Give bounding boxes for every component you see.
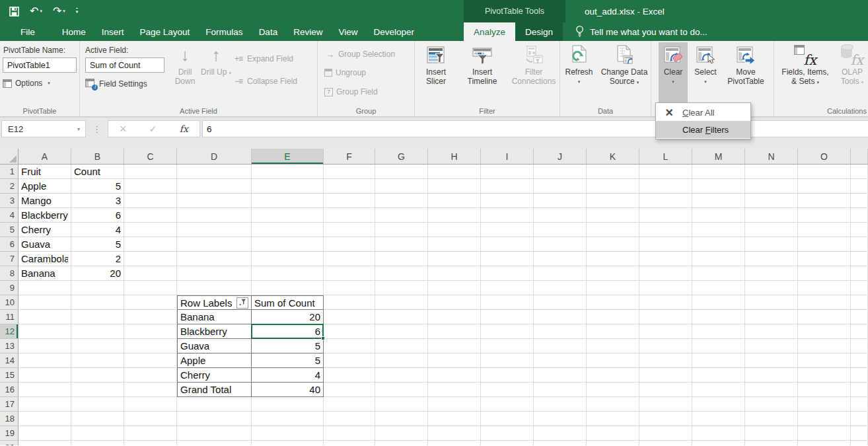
cell-20[interactable] (851, 441, 868, 445)
cell-K12[interactable] (587, 324, 639, 339)
cell-H9[interactable] (428, 281, 481, 295)
cell-C1[interactable] (124, 165, 177, 179)
cell-J9[interactable] (534, 281, 587, 295)
select-button[interactable]: Select ▾ (690, 42, 721, 103)
row-header-2[interactable]: 2 (0, 179, 18, 194)
cell-B3[interactable]: 3 (71, 194, 124, 208)
cell-F12[interactable] (324, 324, 375, 339)
cell-K4[interactable] (587, 208, 639, 223)
cell-C5[interactable] (124, 223, 177, 237)
cell-M2[interactable] (692, 179, 745, 194)
row-header-10[interactable]: 10 (0, 295, 18, 310)
fields-items-sets-button[interactable]: fx Fields, Items, & Sets▾ (779, 42, 831, 103)
cell-E12[interactable]: 6 (252, 324, 324, 339)
cell-C4[interactable] (124, 208, 177, 223)
cell-O8[interactable] (798, 266, 851, 281)
cell-A11[interactable] (18, 310, 71, 324)
cell-C2[interactable] (124, 179, 177, 194)
cell-H18[interactable] (428, 412, 481, 426)
column-header-K[interactable]: K (587, 149, 639, 164)
cell-D17[interactable] (177, 397, 252, 412)
cell-N11[interactable] (745, 310, 798, 324)
cell-N1[interactable] (745, 165, 798, 179)
cell-G20[interactable] (375, 441, 428, 445)
cell-D11[interactable]: Banana (177, 310, 252, 324)
cell-K18[interactable] (587, 412, 639, 426)
cell-D10[interactable]: Row Labels (177, 295, 252, 310)
cell-12[interactable] (851, 324, 868, 339)
cell-M7[interactable] (692, 252, 745, 266)
cell-N13[interactable] (745, 339, 798, 353)
cell-J1[interactable] (534, 165, 587, 179)
cell-K8[interactable] (587, 266, 639, 281)
cell-K19[interactable] (587, 426, 639, 441)
insert-timeline-button[interactable]: Insert Timeline (457, 42, 507, 103)
row-header-13[interactable]: 13 (0, 339, 18, 353)
cell-K10[interactable] (587, 295, 639, 310)
cell-D1[interactable] (177, 165, 252, 179)
cell-K13[interactable] (587, 339, 639, 353)
cell-M16[interactable] (692, 383, 745, 397)
cell-C18[interactable] (124, 412, 177, 426)
row-header-11[interactable]: 11 (0, 310, 18, 324)
cell-A18[interactable] (18, 412, 71, 426)
undo-dropdown-icon[interactable]: ▾ (40, 9, 42, 14)
formula-bar-resizer[interactable] (91, 122, 103, 136)
cell-G12[interactable] (375, 324, 428, 339)
cell-N2[interactable] (745, 179, 798, 194)
cell-G16[interactable] (375, 383, 428, 397)
cell-H5[interactable] (428, 223, 481, 237)
row-header-9[interactable]: 9 (0, 281, 18, 295)
cell-O6[interactable] (798, 237, 851, 252)
cell-G17[interactable] (375, 397, 428, 412)
cell-N18[interactable] (745, 412, 798, 426)
column-header-A[interactable]: A (18, 149, 71, 164)
options-button[interactable]: Options ▾ (3, 79, 50, 88)
cell-H20[interactable] (428, 441, 481, 445)
cell-B16[interactable] (71, 383, 124, 397)
tab-data[interactable]: Data (252, 22, 285, 41)
row-header-15[interactable]: 15 (0, 368, 18, 383)
column-header-N[interactable]: N (745, 149, 798, 164)
cell-A3[interactable]: Mango (18, 194, 71, 208)
group-field-button[interactable]: 7 Group Field (324, 87, 378, 96)
cell-L8[interactable] (639, 266, 692, 281)
cell-A14[interactable] (18, 353, 71, 368)
row-header-5[interactable]: 5 (0, 223, 18, 237)
cell-I13[interactable] (481, 339, 534, 353)
cell-M8[interactable] (692, 266, 745, 281)
undo-button[interactable]: ↶▾ (30, 6, 42, 17)
cell-G5[interactable] (375, 223, 428, 237)
cell-E14[interactable]: 5 (252, 353, 324, 368)
cell-M4[interactable] (692, 208, 745, 223)
cell-L10[interactable] (639, 295, 692, 310)
cell-I20[interactable] (481, 441, 534, 445)
cell-A8[interactable]: Banana (18, 266, 71, 281)
cell-G8[interactable] (375, 266, 428, 281)
cell-N9[interactable] (745, 281, 798, 295)
row-header-20[interactable]: 20 (0, 441, 18, 445)
column-header-L[interactable]: L (639, 149, 692, 164)
cell-O9[interactable] (798, 281, 851, 295)
cell-B10[interactable] (71, 295, 124, 310)
cell-K16[interactable] (587, 383, 639, 397)
cell-J7[interactable] (534, 252, 587, 266)
cell-A4[interactable]: Blackberry (18, 208, 71, 223)
cell-E8[interactable] (252, 266, 324, 281)
refresh-button[interactable]: Refresh ▾ (560, 42, 598, 103)
group-selection-button[interactable]: Group Selection (324, 49, 395, 59)
row-header-14[interactable]: 14 (0, 353, 18, 368)
cell-B8[interactable]: 20 (71, 266, 124, 281)
column-header-E[interactable]: E (252, 149, 324, 164)
cell-H16[interactable] (428, 383, 481, 397)
cell-D3[interactable] (177, 194, 252, 208)
cell-B1[interactable]: Count (71, 165, 124, 179)
cell-D5[interactable] (177, 223, 252, 237)
cell-E2[interactable] (252, 179, 324, 194)
cell-J10[interactable] (534, 295, 587, 310)
cell-G6[interactable] (375, 237, 428, 252)
cell-B4[interactable]: 6 (71, 208, 124, 223)
cell-I11[interactable] (481, 310, 534, 324)
cell-I9[interactable] (481, 281, 534, 295)
tab-review[interactable]: Review (287, 22, 329, 41)
